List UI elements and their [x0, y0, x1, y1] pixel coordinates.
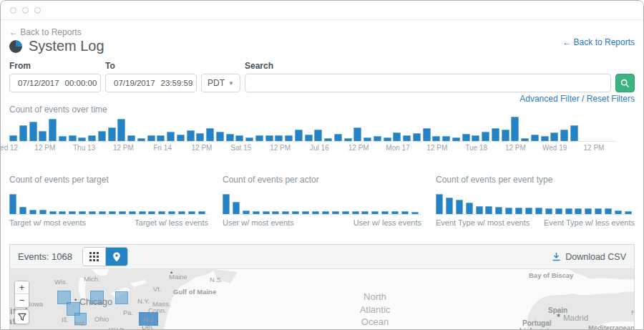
filter-bar: From 07/12/2017 00:00:00 To 07/19/2017 2…: [9, 61, 635, 92]
events-per-event-type-chart: Count of events per event type Event Typ…: [436, 175, 635, 227]
map-label: Ro: [631, 309, 634, 316]
distribution-charts: Count of events per target Target w/ mos…: [9, 175, 635, 227]
search-input[interactable]: [245, 74, 611, 92]
map-label: Vt.: [153, 285, 162, 293]
bar: [235, 135, 243, 141]
map-label: Mass.: [152, 300, 170, 308]
search-button[interactable]: [615, 74, 635, 92]
map-label: North Atlantic Ocean: [346, 291, 404, 329]
x-tick-label: 12 PM: [494, 144, 537, 152]
bar: [198, 211, 205, 214]
map-label: Ill.: [62, 316, 69, 324]
target-chart-bars: [9, 188, 208, 215]
bar: [476, 206, 483, 214]
bar: [255, 135, 263, 141]
bar: [59, 211, 66, 214]
events-toolbar: Events: 1068 Download CSV: [10, 245, 634, 269]
page-title: System Log: [29, 38, 104, 54]
map-label: Portugal: [522, 319, 552, 327]
events-over-time-chart: Count of events over time Wed 1212 PMThu…: [9, 105, 635, 154]
bar: [223, 194, 230, 214]
events-panel: Events: 1068 Download CSV: [9, 244, 635, 329]
bar: [148, 211, 155, 214]
bar: [541, 136, 549, 141]
bar: [436, 194, 443, 214]
grid-icon: [89, 252, 99, 261]
chevron-down-icon: ▼: [228, 80, 234, 87]
map-label: Bay of Biscay: [529, 271, 573, 279]
bar: [314, 130, 322, 142]
to-datetime-input[interactable]: 07/19/2017 23:59:59: [105, 74, 197, 92]
bar: [216, 132, 224, 141]
bar: [178, 211, 185, 214]
bar: [19, 207, 26, 214]
to-date-value: 07/19/2017: [114, 79, 155, 87]
bar: [99, 211, 106, 214]
download-csv-label: Download CSV: [565, 252, 626, 262]
x-tick-label: Fri 14: [141, 144, 184, 152]
map-label: W.Va: [109, 326, 125, 330]
bar: [119, 211, 126, 214]
bar: [575, 208, 582, 214]
time-chart-bars: [9, 115, 616, 142]
bar: [456, 200, 463, 214]
map-view-button[interactable]: [105, 248, 127, 266]
map-marker-cluster[interactable]: [115, 291, 128, 304]
zoom-out-button[interactable]: −: [15, 294, 29, 307]
bar: [39, 210, 47, 214]
x-tick-label: 12 PM: [337, 144, 380, 152]
bar: [550, 132, 558, 141]
bar: [285, 135, 293, 141]
bar: [49, 119, 57, 141]
bar: [371, 211, 379, 214]
bar: [245, 137, 253, 142]
bar: [625, 211, 632, 214]
bar: [305, 135, 313, 141]
map-label: N.J.: [143, 315, 155, 323]
bar: [98, 131, 106, 141]
back-to-reports-link[interactable]: ← Back to Reports: [9, 27, 82, 37]
bar: [263, 211, 270, 214]
events-map[interactable]: United StatesIowaWis.Mich.•ChicagoIll.In…: [10, 269, 634, 330]
bar: [374, 136, 381, 141]
bar: [344, 138, 352, 141]
grid-view-button[interactable]: [83, 248, 105, 266]
window-control-dot[interactable]: [10, 7, 16, 14]
bar: [560, 130, 568, 142]
bar: [322, 211, 329, 214]
chart-title: Count of events per target: [9, 175, 208, 185]
bar: [89, 211, 96, 214]
bar: [139, 211, 146, 214]
bar: [442, 136, 450, 141]
zoom-in-button[interactable]: +: [15, 281, 29, 294]
bar: [353, 127, 361, 141]
window-control-dot[interactable]: [34, 7, 41, 14]
bar: [108, 127, 116, 141]
timezone-select[interactable]: PDT ▼: [201, 74, 240, 92]
map-label: N.Y.: [137, 297, 150, 305]
bar: [555, 208, 562, 214]
back-to-reports-link-right[interactable]: ← Back to Reports: [562, 37, 635, 47]
bar: [196, 133, 204, 141]
bar: [482, 132, 489, 141]
download-csv-button[interactable]: Download CSV: [552, 252, 626, 262]
bar: [295, 130, 303, 142]
bar: [585, 208, 592, 214]
advanced-filter-link[interactable]: Advanced Filter / Reset Filters: [519, 94, 635, 104]
bar: [324, 138, 332, 141]
x-tick-label: 12 PM: [572, 144, 615, 152]
events-per-actor-chart: Count of events per actor User w/ most e…: [223, 175, 421, 227]
map-filter-button[interactable]: [14, 309, 29, 324]
search-icon: [620, 79, 630, 88]
bar: [109, 211, 116, 214]
bar: [233, 202, 240, 214]
map-label: •: [74, 296, 77, 304]
x-tick-label: Sat 15: [220, 144, 263, 152]
events-per-target-chart: Count of events per target Target w/ mos…: [9, 175, 208, 227]
bar: [168, 211, 175, 214]
window-control-dot[interactable]: [22, 7, 29, 14]
bar: [615, 210, 622, 214]
from-datetime-input[interactable]: 07/12/2017 00:00:00: [9, 74, 101, 92]
map-label: Maine: [169, 273, 187, 281]
map-label: N.S.: [210, 276, 223, 283]
